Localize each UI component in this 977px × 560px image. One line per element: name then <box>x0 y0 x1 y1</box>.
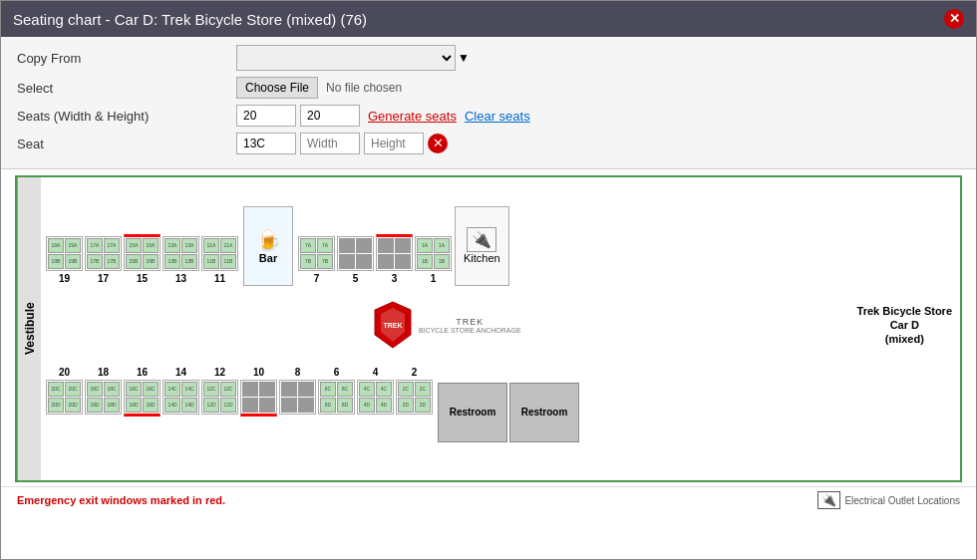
seats-height-input[interactable] <box>300 105 360 127</box>
col-18-block: 18C18C 18D18D <box>85 380 122 415</box>
choose-file-button[interactable]: Choose File <box>236 77 318 99</box>
copy-from-label: Copy From <box>17 51 236 66</box>
col-20-label: 20 <box>59 367 70 378</box>
top-seating-row: 19A19A 19B19B 19 17A17A 17B17B 17 <box>41 177 960 286</box>
col-13-label: 13 <box>175 273 186 284</box>
seats-width-input[interactable] <box>236 105 296 127</box>
middle-row: TREK TREK BICYCLE STORE ANCHORAGE Trek B… <box>41 286 960 365</box>
outlet-icon: 🔌 <box>817 491 840 509</box>
col-6-block: 6C6C 6D6D <box>318 380 355 415</box>
col-17-block: 17A17A 17B17B <box>85 236 122 271</box>
brand-info: Trek Bicycle Store Car D (mixed) <box>853 300 956 351</box>
close-button[interactable]: ✕ <box>944 9 964 29</box>
dropdown-arrow-icon: ▼ <box>458 51 470 65</box>
col-16-label: 16 <box>137 367 148 378</box>
seat-width-input[interactable] <box>300 133 360 154</box>
col-7-block: 7A7A 7B7B <box>298 236 335 271</box>
col-17-label: 17 <box>98 273 109 284</box>
col-6: 6 6C6C 6D6D <box>318 365 355 415</box>
outlet-note: 🔌 Electrical Outlet Locations <box>810 489 968 511</box>
seat-height-input[interactable] <box>364 133 424 154</box>
col-1: 1A1A 1B1B 1 <box>415 236 452 286</box>
col-11-block: 11A11A 11B11B <box>201 236 238 271</box>
emergency-note: Emergency exit windows marked in red. <box>9 492 233 508</box>
window-title: Seating chart - Car D: Trek Bicycle Stor… <box>13 11 367 28</box>
outlet-label: Electrical Outlet Locations <box>844 495 960 506</box>
col-3-label: 3 <box>392 273 398 284</box>
col-11: 11A11A 11B11B 11 <box>201 236 238 286</box>
col-16-block: 16C16C 16D16D <box>124 380 161 417</box>
col-16: 16 16C16C 16D16D <box>124 365 161 417</box>
bar-area: 🍺 Bar <box>243 206 293 286</box>
col-10-block <box>240 380 277 417</box>
trek-shield-icon: TREK <box>373 300 413 350</box>
col-7-label: 7 <box>314 273 320 284</box>
restroom-1: Restroom <box>438 383 507 442</box>
col-12: 12 12C12C 12D12D <box>201 365 238 415</box>
col-2-label: 2 <box>412 367 418 378</box>
col-14-label: 14 <box>175 367 186 378</box>
chart-body: 19A19A 19B19B 19 17A17A 17B17B 17 <box>41 177 960 480</box>
col-5-block <box>337 236 374 271</box>
seats-dimensions-row: Seats (Width & Height) Generate seats Cl… <box>17 105 960 127</box>
col-4: 4 4C4C 4D4D <box>357 365 394 415</box>
col-2: 2 2C2C 2D2D <box>396 365 433 415</box>
select-file-row: Select Choose File No file chosen <box>17 77 960 99</box>
col-7: 7A7A 7B7B 7 <box>298 236 335 286</box>
col-8-label: 8 <box>295 367 301 378</box>
col-6-label: 6 <box>334 367 340 378</box>
col-15-block: 15A15A 15B15B <box>124 234 161 271</box>
seating-chart: Vestibule 19A19A 19B19B 19 <box>15 175 962 482</box>
col-15-label: 15 <box>137 273 148 284</box>
col-17: 17A17A 17B17B 17 <box>85 236 122 286</box>
restroom-pair: Restroom Restroom <box>438 383 579 442</box>
bar-icon: 🍺 <box>256 228 281 252</box>
title-bar: Seating chart - Car D: Trek Bicycle Stor… <box>1 1 976 37</box>
vestibule-label: Vestibule <box>17 177 41 480</box>
bar-label: Bar <box>259 252 277 264</box>
clear-seat-button[interactable]: ✕ <box>428 134 448 153</box>
copy-from-row: Copy From ▼ <box>17 45 960 71</box>
col-13-block: 13A13A 13B13B <box>163 236 199 271</box>
bottom-bar: Emergency exit windows marked in red. 🔌 … <box>1 486 976 513</box>
copy-from-dropdown-wrap: ▼ <box>236 45 470 71</box>
trek-sub-text: BICYCLE STORE ANCHORAGE <box>419 327 521 334</box>
clear-seats-link[interactable]: Clear seats <box>465 109 530 124</box>
brand-line3: (mixed) <box>885 332 924 346</box>
col-4-label: 4 <box>373 367 379 378</box>
col-20-block: 20C20C 20D20D <box>46 380 83 415</box>
form-area: Copy From ▼ Select Choose File No file c… <box>1 37 976 169</box>
col-20: 20 20C20C 20D20D <box>46 365 83 415</box>
col-15: 15A15A 15B15B 15 <box>124 234 161 286</box>
seat-id-input[interactable] <box>236 133 296 154</box>
seat-label: Seat <box>17 137 236 151</box>
col-14-block: 14C14C 14D14D <box>163 380 199 415</box>
brand-line1: Trek Bicycle Store <box>857 304 952 318</box>
col-4-block: 4C4C 4D4D <box>357 380 394 415</box>
kitchen-icon: 🔌 <box>467 227 496 252</box>
col-5: 5 <box>337 236 374 286</box>
col-13: 13A13A 13B13B 13 <box>163 236 199 286</box>
col-18: 18 18C18C 18D18D <box>85 365 122 415</box>
col-8: 8 <box>279 365 316 415</box>
trek-brand-text: TREK <box>419 317 521 327</box>
col-2-block: 2C2C 2D2D <box>396 380 433 415</box>
col-11-label: 11 <box>214 273 225 284</box>
copy-from-select[interactable] <box>236 45 456 71</box>
kitchen-area: 🔌 Kitchen <box>455 206 509 286</box>
col-12-label: 12 <box>214 367 225 378</box>
col-3: 3 <box>376 234 413 286</box>
col-12-block: 12C12C 12D12D <box>201 380 238 415</box>
bottom-seating-row: 20 20C20C 20D20D 18 18C18C 18D18D <box>41 365 960 480</box>
brand-line2: Car D <box>890 318 919 332</box>
col-1-label: 1 <box>431 273 437 284</box>
col-5-label: 5 <box>353 273 359 284</box>
generate-seats-link[interactable]: Generate seats <box>368 109 457 124</box>
col-3-block <box>376 234 413 271</box>
col-19: 19A19A 19B19B 19 <box>46 236 83 286</box>
seats-label: Seats (Width & Height) <box>17 109 236 124</box>
col-14: 14 14C14C 14D14D <box>163 365 199 415</box>
col-1-block: 1A1A 1B1B <box>415 236 452 271</box>
col-19-block: 19A19A 19B19B <box>46 236 83 271</box>
restroom-2: Restroom <box>509 383 579 442</box>
